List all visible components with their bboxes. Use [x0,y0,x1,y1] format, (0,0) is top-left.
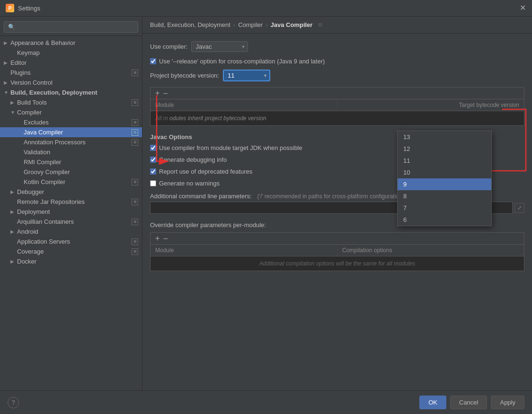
sidebar-item-label: Docker [17,258,138,265]
sidebar-item-validation[interactable]: Validation [0,147,142,157]
dropdown-option-11[interactable]: 11 [398,155,491,167]
sidebar-item-label: Debugger [17,188,138,195]
cmd-hint: ('/' recommended in paths for cross-plat… [257,193,407,200]
sidebar-item-android[interactable]: ▶ Android [0,227,142,237]
cross-compile-row: Use '--release' option for cross-compila… [150,58,524,65]
compiler-select[interactable]: Javac Eclipse Ajc [191,41,248,52]
sidebar-item-editor[interactable]: ▶ Editor [0,58,142,68]
bytecode-label: Project bytecode version: [150,72,219,79]
override-section: Override compiler parameters per-module:… [150,221,524,271]
panel-content: Use compiler: Javac Eclipse Ajc Use '--r… [142,34,532,390]
sidebar-item-annotation-processors[interactable]: Annotation Processors ⊞ [0,137,142,147]
sidebar-item-kotlin-compiler[interactable]: Kotlin Compiler ⊞ [0,177,142,187]
bytecode-row: Project bytecode version: 11 [150,70,524,81]
override-empty-message: Additional compilation options will be t… [151,256,524,271]
breadcrumb-part-1: Build, Execution, Deployment [150,21,231,28]
javac-checkbox-2[interactable] [150,168,156,175]
sidebar-item-label: Kotlin Compiler [24,178,132,185]
chevron-icon: ▶ [10,229,17,234]
javac-option-label-3: Generate no warnings [159,180,220,187]
sidebar-item-app-servers[interactable]: Application Servers ⊞ [0,237,142,247]
help-button[interactable]: ? [8,397,19,408]
main-panel: Build, Execution, Deployment › Compiler … [142,17,532,390]
search-box [0,18,142,36]
sidebar-item-arquillian[interactable]: Arquillian Containers ⊞ [0,217,142,227]
cancel-button[interactable]: Cancel [450,396,487,409]
override-table-header: Module Compilation options [151,245,524,256]
ok-button[interactable]: OK [419,396,446,409]
sidebar-item-rmi-compiler[interactable]: RMI Compiler [0,157,142,167]
settings-icon: ⊞ [132,139,138,146]
sidebar-item-keymap[interactable]: Keymap [0,48,142,58]
chevron-icon: ▶ [10,100,17,105]
dropdown-option-9[interactable]: 9 [398,178,491,190]
breadcrumb-part-2: Compiler [238,21,263,28]
chevron-icon: ▶ [10,189,17,194]
breadcrumb: Build, Execution, Deployment › Compiler … [142,17,532,34]
cross-compile-checkbox[interactable] [150,58,156,64]
remove-module-button[interactable]: – [162,89,168,97]
sidebar-item-label: Coverage [17,248,132,255]
dropdown-option-6[interactable]: 6 [398,214,491,226]
breadcrumb-icon: ⊟ [318,22,322,28]
settings-dialog: P Settings ✕ ▶ Appearance & Behavior Key… [0,0,532,414]
dropdown-option-12[interactable]: 12 [398,143,491,155]
sidebar-item-build-tools[interactable]: ▶ Build Tools ⊞ [0,97,142,107]
dropdown-option-8[interactable]: 8 [398,190,491,202]
javac-option-label-2: Report use of deprecated features [159,168,252,175]
override-remove-button[interactable]: – [162,235,168,242]
bytecode-select-wrapper: 11 [223,70,270,81]
apply-button[interactable]: Apply [491,396,524,409]
dropdown-option-7[interactable]: 7 [398,202,491,214]
sidebar-item-plugins[interactable]: Plugins ⊞ [0,68,142,78]
sidebar-item-label: Compiler [17,109,138,116]
javac-checkbox-0[interactable] [150,145,156,151]
use-compiler-label: Use compiler: [150,43,187,50]
sidebar-item-label: Plugins [10,69,132,76]
sidebar-item-deployment[interactable]: ▶ Deployment [0,207,142,217]
add-module-button[interactable]: + [154,89,160,97]
chevron-icon: ▶ [4,40,10,45]
sidebar-item-label: Version Control [10,79,138,86]
settings-icon: ⊞ [132,70,138,76]
sidebar-item-remote-jar[interactable]: Remote Jar Repositories ⊞ [0,197,142,207]
settings-icon: ⊞ [132,179,138,185]
sidebar-item-label: Editor [10,59,138,66]
per-module-table: + – Module Target bytecode version All m… [150,87,524,126]
settings-icon: ⊞ [132,219,138,225]
cross-compile-label: Use '--release' option for cross-compila… [159,58,325,65]
sidebar-item-label: Annotation Processors [24,139,132,146]
override-options-col: Compilation options [337,245,524,256]
sidebar-item-java-compiler[interactable]: Java Compiler ⊞ [0,127,142,137]
dialog-title: Settings [18,5,40,12]
sidebar-item-debugger[interactable]: ▶ Debugger [0,187,142,197]
bytecode-select[interactable]: 11 [223,70,270,81]
close-button[interactable]: ✕ [519,4,526,12]
override-add-button[interactable]: + [154,235,160,242]
sidebar-item-coverage[interactable]: Coverage ⊞ [0,247,142,256]
sidebar: ▶ Appearance & Behavior Keymap ▶ Editor … [0,17,142,390]
chevron-icon: ▶ [10,259,17,264]
chevron-icon: ▶ [4,80,10,85]
sidebar-item-compiler[interactable]: ▼ Compiler [0,107,142,117]
search-input[interactable] [4,21,138,33]
chevron-down-icon: ▼ [10,110,17,115]
dropdown-option-13[interactable]: 13 [398,131,491,143]
expand-button[interactable]: ⤢ [514,203,524,213]
sidebar-item-label: Build, Execution, Deployment [10,89,138,96]
override-module-col: Module [151,245,337,256]
sidebar-item-appearance[interactable]: ▶ Appearance & Behavior [0,38,142,48]
table-toolbar: + – [151,88,524,99]
javac-checkbox-3[interactable] [150,180,156,186]
javac-checkbox-1[interactable] [150,157,156,163]
dropdown-option-10[interactable]: 10 [398,167,491,178]
sidebar-item-groovy-compiler[interactable]: Groovy Compiler [0,167,142,177]
sidebar-item-label: Validation [24,149,138,156]
sidebar-item-docker[interactable]: ▶ Docker [0,256,142,266]
sidebar-item-excludes[interactable]: Excludes ⊞ [0,117,142,127]
breadcrumb-sep: › [233,21,235,28]
sidebar-item-build-execution[interactable]: ▼ Build, Execution, Deployment [0,88,142,97]
settings-icon: ⊞ [132,238,138,245]
sidebar-item-version-control[interactable]: ▶ Version Control [0,78,142,88]
table-empty-message: All m odules inherit project bytecode ve… [151,111,524,125]
